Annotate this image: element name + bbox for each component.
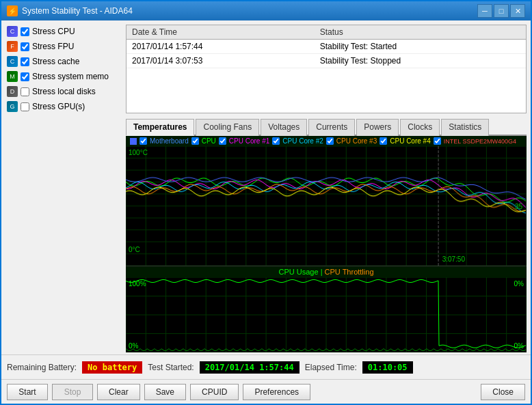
tab-statistics[interactable]: Statistics — [441, 119, 489, 136]
tabs-section: Temperatures Cooling Fans Voltages Curre… — [126, 117, 527, 352]
stress-cpu-checkbox[interactable] — [21, 27, 29, 36]
log-header-datetime: Date & Time — [127, 25, 315, 40]
legend-core3-checkbox[interactable] — [326, 137, 334, 145]
tab-temperatures[interactable]: Temperatures — [126, 119, 194, 136]
stress-fpu-item: F Stress FPU — [5, 40, 122, 53]
temp-y-right: 35 — [515, 202, 522, 210]
stress-memory-checkbox[interactable] — [21, 72, 29, 81]
cpu-y-bottom: 0% — [129, 342, 138, 350]
tab-cooling-fans[interactable]: Cooling Fans — [196, 119, 259, 136]
log-datetime-1: 2017/01/14 1:57:44 — [127, 40, 315, 54]
stress-cache-checkbox[interactable] — [21, 57, 29, 66]
legend-cpu-checkbox[interactable] — [191, 137, 199, 145]
stress-cache-item: C Stress cache — [5, 55, 122, 68]
legend-core1-checkbox[interactable] — [219, 137, 226, 145]
elapsed-label: Elapsed Time: — [305, 363, 357, 372]
legend-core1-label: CPU Core #1 — [229, 137, 269, 145]
chart-legend: Motherboard CPU CPU Core #1 CPU Core #2 … — [126, 136, 527, 146]
tab-currents[interactable]: Currents — [308, 119, 355, 136]
stress-memory-label: Stress system memo — [32, 72, 109, 81]
stress-fpu-label: Stress FPU — [32, 42, 74, 51]
stress-disks-label: Stress local disks — [32, 87, 96, 96]
legend-core4-checkbox[interactable] — [380, 137, 387, 145]
legend-intel-checkbox[interactable] — [434, 137, 441, 145]
cpu-usage-label: CPU Usage — [279, 268, 319, 276]
memory-icon: M — [7, 71, 18, 82]
cpu-chart-header: CPU Usage | CPU Throttling — [126, 266, 527, 277]
stress-gpu-label: Stress GPU(s) — [32, 102, 85, 111]
stress-cpu-item: C Stress CPU — [5, 25, 122, 38]
window-title: System Stability Test - AIDA64 — [22, 6, 477, 16]
log-row-1: 2017/01/14 1:57:44 Stability Test: Start… — [127, 40, 526, 54]
right-buttons: Close — [481, 384, 525, 400]
stress-fpu-checkbox[interactable] — [21, 42, 29, 51]
main-content: C Stress CPU F Stress FPU C Stress cache… — [1, 20, 531, 354]
stress-gpu-item: G Stress GPU(s) — [5, 100, 122, 113]
motherboard-color-dot — [130, 138, 137, 145]
log-datetime-2: 2017/01/14 3:07:53 — [127, 54, 315, 68]
cpu-canvas — [126, 277, 527, 352]
battery-value: No battery — [82, 361, 142, 374]
temp-y-bottom: 0°C — [129, 246, 140, 253]
legend-core2-label: CPU Core #2 — [282, 137, 323, 145]
stress-gpu-checkbox[interactable] — [21, 102, 29, 111]
status-bar: Remaining Battery: No battery Test Start… — [1, 354, 531, 379]
right-panel: Date & Time Status 2017/01/14 1:57:44 St… — [126, 25, 527, 350]
legend-core3-label: CPU Core #3 — [336, 137, 377, 145]
clear-button[interactable]: Clear — [97, 384, 140, 400]
tab-bar: Temperatures Cooling Fans Voltages Curre… — [126, 117, 527, 136]
legend-intel-label: INTEL SSDPE2MW400G4 — [444, 138, 516, 145]
temp-canvas — [126, 146, 527, 266]
tab-powers[interactable]: Powers — [356, 119, 399, 136]
gpu-icon: G — [7, 101, 18, 112]
cpu-y-bottom-right: 0% — [514, 342, 524, 350]
legend-cpu-label: CPU — [202, 137, 216, 145]
fpu-icon: F — [7, 41, 18, 52]
maximize-button[interactable]: □ — [494, 4, 509, 18]
log-status-2: Stability Test: Stopped — [315, 54, 526, 68]
cpuid-button[interactable]: CPUID — [190, 384, 239, 400]
cpu-y-top: 100% — [129, 280, 146, 288]
log-header-status: Status — [315, 25, 526, 40]
stress-memory-item: M Stress system memo — [5, 70, 122, 83]
test-started-value: 2017/01/14 1:57:44 — [200, 361, 300, 374]
stress-disks-checkbox[interactable] — [21, 87, 29, 96]
start-button[interactable]: Start — [7, 384, 48, 400]
temperature-chart: 100°C 0°C 3:07:50 35 — [126, 146, 527, 266]
legend-core2-checkbox[interactable] — [272, 137, 280, 145]
cpu-y-top-right: 0% — [514, 280, 524, 288]
left-buttons: Start Stop Clear Save CPUID Preferences — [7, 384, 310, 400]
log-table[interactable]: Date & Time Status 2017/01/14 1:57:44 St… — [126, 25, 527, 113]
stress-disks-item: D Stress local disks — [5, 85, 122, 98]
preferences-button[interactable]: Preferences — [243, 384, 310, 400]
log-status-1: Stability Test: Started — [315, 40, 526, 54]
tab-voltages[interactable]: Voltages — [261, 119, 307, 136]
close-button[interactable]: Close — [481, 384, 525, 400]
elapsed-value: 01:10:05 — [362, 361, 413, 374]
minimize-button[interactable]: ─ — [477, 4, 492, 18]
cpu-icon: C — [7, 26, 18, 37]
stop-button[interactable]: Stop — [52, 384, 93, 400]
test-started-label: Test Started: — [148, 363, 194, 372]
legend-motherboard-label: Motherboard — [150, 137, 189, 145]
app-icon: ⚡ — [7, 5, 18, 16]
battery-label: Remaining Battery: — [7, 363, 77, 372]
temp-x-label: 3:07:50 — [442, 255, 465, 263]
stress-options-panel: C Stress CPU F Stress FPU C Stress cache… — [5, 25, 122, 350]
temp-y-top: 100°C — [129, 149, 148, 156]
legend-motherboard-checkbox[interactable] — [139, 137, 147, 145]
cache-icon: C — [7, 56, 18, 67]
tab-clocks[interactable]: Clocks — [400, 119, 440, 136]
log-row-2: 2017/01/14 3:07:53 Stability Test: Stopp… — [127, 54, 526, 68]
stress-cpu-label: Stress CPU — [32, 27, 75, 36]
legend-core4-label: CPU Core #4 — [390, 137, 430, 145]
main-window: ⚡ System Stability Test - AIDA64 ─ □ ✕ C… — [0, 0, 532, 405]
cpu-throttle-label: CPU Throttling — [325, 268, 374, 276]
button-bar: Start Stop Clear Save CPUID Preferences … — [1, 379, 531, 404]
cpu-usage-chart: 100% 0% 0% 0% — [126, 277, 527, 352]
window-controls: ─ □ ✕ — [477, 4, 525, 18]
title-bar: ⚡ System Stability Test - AIDA64 ─ □ ✕ — [1, 1, 531, 20]
save-button[interactable]: Save — [144, 384, 186, 400]
stress-cache-label: Stress cache — [32, 57, 79, 66]
window-close-button[interactable]: ✕ — [510, 4, 525, 18]
